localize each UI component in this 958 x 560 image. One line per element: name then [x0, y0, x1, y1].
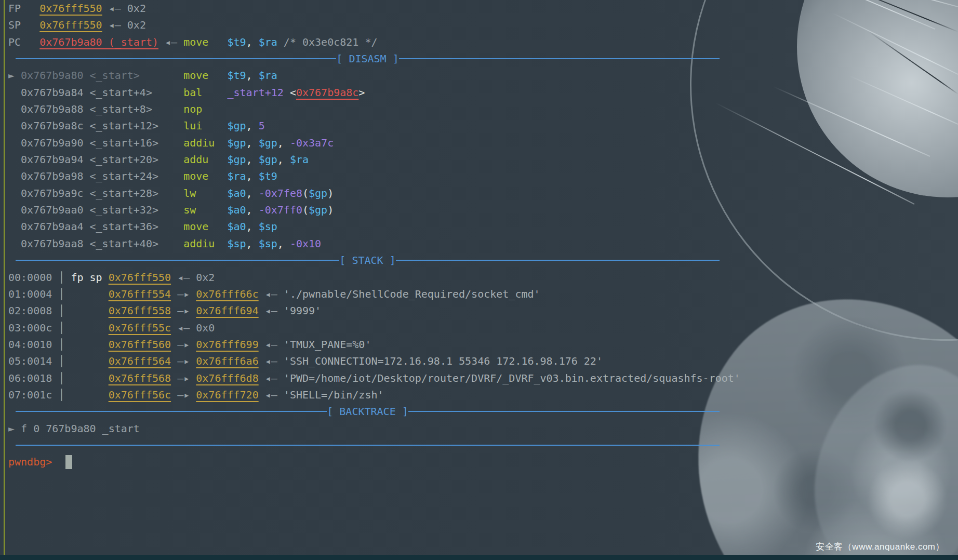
separator-line: [16, 445, 720, 446]
feather-streak-dark: [808, 0, 958, 32]
stack-row: 04:0010 │ 0x76fff560 —▸ 0x76fff699 ◂— 'T…: [8, 336, 746, 353]
terminal-screen: FP 0x76fff550 ◂— 0x2SP 0x76fff550 ◂— 0x2…: [0, 0, 958, 560]
backtrace-header: [ BACKTRACE ]: [16, 403, 720, 420]
stack-row: 05:0014 │ 0x76fff564 —▸ 0x76fff6a6 ◂— 'S…: [8, 353, 746, 369]
separator-line: [399, 58, 720, 59]
disasm-line: 0x767b9aa8 <_start+40> addiu $sp, $sp, -…: [8, 235, 746, 252]
disasm-line: 0x767b9a94 <_start+20> addu $gp, $gp, $r…: [8, 151, 746, 168]
disasm-line: 0x767b9a98 <_start+24> move $ra, $t9: [8, 168, 746, 184]
disasm-line: 0x767b9a84 <_start+4> bal _start+12 <0x7…: [8, 84, 746, 101]
feather-streak: [753, 0, 936, 30]
bottom-bar: [0, 555, 958, 560]
disasm-header: [ DISASM ]: [16, 50, 720, 67]
stack-row: 02:0008 │ 0x76fff558 —▸ 0x76fff694 ◂— '9…: [8, 302, 746, 319]
backtrace-header-label: [ BACKTRACE ]: [327, 403, 408, 420]
separator-line: [16, 58, 336, 59]
feather-streak: [773, 86, 930, 157]
registers-block: FP 0x76fff550 ◂— 0x2SP 0x76fff550 ◂— 0x2…: [8, 0, 746, 50]
watermark: 安全客（www.anquanke.com）: [816, 541, 944, 553]
bottom-separator: [16, 437, 720, 454]
stack-block: 00:0000 │ fp sp 0x76fff550 ◂— 0x201:0004…: [8, 269, 746, 404]
disasm-line: 0x767b9a8c <_start+12> lui $gp, 5: [8, 117, 746, 134]
disasm-header-label: [ DISASM ]: [336, 50, 398, 67]
separator-line: [408, 411, 720, 412]
disasm-line: 0x767b9a88 <_start+8> nop: [8, 101, 746, 117]
disasm-line: 0x767b9aa0 <_start+32> sw $a0, -0x7ff0($…: [8, 202, 746, 218]
owl-body-shape: [775, 335, 958, 560]
feather-streak: [797, 0, 958, 7]
disasm-line: 0x767b9a90 <_start+16> addiu $gp, $gp, -…: [8, 135, 746, 151]
stack-header-label: [ STACK ]: [339, 252, 395, 269]
disasm-line: ► 0x767b9a80 <_start> move $t9, $ra: [8, 67, 746, 84]
backtrace-block: ► f 0 767b9a80 _start: [8, 420, 746, 437]
feather-streak-dark: [868, 31, 958, 95]
register-row: PC 0x767b9a80 (_start) ◂— move $t9, $ra …: [8, 34, 746, 50]
disasm-line: 0x767b9aa4 <_start+36> move $a0, $sp: [8, 218, 746, 235]
disasm-line: 0x767b9a9c <_start+28> lw $a0, -0x7fe8($…: [8, 185, 746, 202]
prompt-label: pwndbg>: [8, 454, 52, 470]
feather-streak: [848, 75, 958, 125]
separator-line: [396, 260, 720, 261]
register-row: SP 0x76fff550 ◂— 0x2: [8, 17, 746, 33]
stack-row: 03:000c │ 0x76fff55c ◂— 0x0: [8, 319, 746, 336]
pwndbg-output: FP 0x76fff550 ◂— 0x2SP 0x76fff550 ◂— 0x2…: [0, 0, 746, 471]
backtrace-row: ► f 0 767b9a80 _start: [8, 420, 746, 437]
prompt-row: pwndbg>: [8, 454, 746, 470]
register-row: FP 0x76fff550 ◂— 0x2: [8, 0, 746, 17]
stack-row: 01:0004 │ 0x76fff554 —▸ 0x76fff66c ◂— '.…: [8, 286, 746, 302]
owl-head-shape: [797, 0, 958, 197]
separator-line: [16, 260, 339, 261]
text-cursor[interactable]: [65, 455, 72, 469]
stack-header: [ STACK ]: [16, 252, 720, 269]
stack-row: 07:001c │ 0x76fff56c —▸ 0x76fff720 ◂— 'S…: [8, 386, 746, 403]
disasm-block: ► 0x767b9a80 <_start> move $t9, $ra 0x76…: [8, 67, 746, 252]
stack-row: 00:0000 │ fp sp 0x76fff550 ◂— 0x2: [8, 269, 746, 286]
separator-line: [16, 411, 327, 412]
stack-row: 06:0018 │ 0x76fff568 —▸ 0x76fff6d8 ◂— 'P…: [8, 370, 746, 386]
feather-streak: [832, 12, 958, 75]
